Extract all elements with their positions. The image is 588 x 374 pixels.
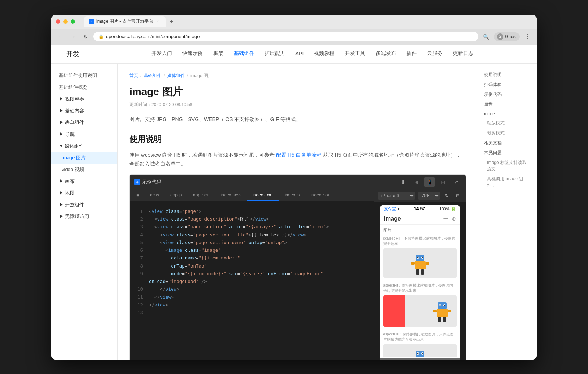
toc-item-example[interactable]: 示例代码 <box>478 90 537 99</box>
toc-item-related[interactable]: 相关文档 <box>478 138 537 148</box>
toc-item-scale[interactable]: 缩放模式 <box>478 118 537 128</box>
phone-refresh-btn[interactable]: ↻ <box>443 192 451 200</box>
top-navigation: 开发 开发入门 快速示例 框架 基础组件 扩展能力 API 视频教程 开发工具 … <box>51 45 537 64</box>
nav-item-extend[interactable]: 扩展能力 <box>265 44 285 63</box>
file-menu-btn[interactable]: ≡ <box>133 190 143 200</box>
phone-title-actions: ••• ⊕ <box>443 216 456 222</box>
nav-item-cloud[interactable]: 云服务 <box>427 44 442 63</box>
demo-qr-btn[interactable]: ⊞ <box>411 177 422 187</box>
nav-item-api[interactable]: API <box>295 45 304 63</box>
url-input[interactable]: 🔒 opendocs.alipay.com/mini/component/ima… <box>93 32 478 41</box>
demo-body: ≡ .acss app.js app.json index.acss index… <box>130 189 466 360</box>
svg-rect-8 <box>411 262 415 265</box>
file-tab-appjson[interactable]: app.json <box>188 189 215 201</box>
browser-tab[interactable]: A image 图片 - 支付宝开放平台 × <box>84 16 166 27</box>
sidebar-group-map[interactable]: ▶ 地图 <box>51 187 117 199</box>
svg-point-5 <box>422 257 423 258</box>
menu-button[interactable]: ⋮ <box>523 32 532 41</box>
toc-item-faq[interactable]: 常见问题 <box>478 148 537 158</box>
breadcrumb-components[interactable]: 基础组件 <box>144 73 161 79</box>
sidebar-group-media[interactable]: ▼ 媒体组件 <box>51 140 117 152</box>
robot-image-2 <box>431 298 453 324</box>
file-tab-indexacss[interactable]: index.acss <box>215 189 247 201</box>
close-button[interactable] <box>56 19 60 24</box>
phone-close-icon[interactable]: ⊕ <box>452 216 456 222</box>
phone-more-icon[interactable]: ••• <box>443 216 449 222</box>
nav-item-plugin[interactable]: 插件 <box>406 44 417 63</box>
nav-item-devstart[interactable]: 开发入门 <box>151 44 172 63</box>
site-logo[interactable]: 开发 <box>66 50 81 58</box>
demo-actions: ⬇ ⊞ 📱 ⊟ ↗ <box>398 177 461 187</box>
toc-item-faq2[interactable]: 真机调用 image 组件，... <box>478 174 537 190</box>
alipay-logo: 支付宝 <box>384 206 396 212</box>
sidebar-group-canvas[interactable]: ▶ 画布 <box>51 175 117 187</box>
sidebar-item-overview[interactable]: 基础组件概览 <box>51 81 117 93</box>
back-button[interactable]: ← <box>56 32 65 41</box>
breadcrumb-home[interactable]: 首页 <box>129 73 138 79</box>
sidebar-group-nav[interactable]: ▶ 导航 <box>51 128 117 140</box>
robot-image-1 <box>409 250 431 276</box>
toc-item-qr[interactable]: 扫码体验 <box>478 80 537 90</box>
toc-item-faq1[interactable]: image 标签支持读取流文... <box>478 158 537 174</box>
url-text: opendocs.alipay.com/mini/component/image <box>106 34 200 39</box>
demo-download-btn[interactable]: ⬇ <box>398 177 408 187</box>
tab-title: image 图片 - 支付宝开放平台 <box>96 18 153 25</box>
nav-item-video[interactable]: 视频教程 <box>314 44 334 63</box>
minimize-button[interactable] <box>63 19 68 24</box>
section-desc-text1: 使用 webview 嵌套 H5 时，若遇到图片资源不显示问题，可参考 <box>129 152 275 158</box>
svg-point-14 <box>439 305 440 306</box>
sidebar-group-open[interactable]: ▶ 开放组件 <box>51 199 117 211</box>
sidebar-group-a11y[interactable]: ▶ 无障碍访问 <box>51 211 117 222</box>
nav-item-framework[interactable]: 框架 <box>213 44 223 63</box>
phone-zoom-select[interactable]: 75% 100% 50% <box>418 192 440 200</box>
phone-image-item-3: aspectFill：保持纵横比缩放图片，只保证图片的短边能完全显示出来 <box>380 330 460 357</box>
demo-layout-btn[interactable]: ⊟ <box>438 177 448 187</box>
user-label: Guest <box>505 34 517 39</box>
file-tab-appjs[interactable]: app.js <box>165 189 187 201</box>
toc-item-mode[interactable]: mode <box>478 109 537 118</box>
section-link[interactable]: 配置 H5 白名单流程 <box>276 152 322 158</box>
code-line-2: 2 <view class="page-description">图片</vie… <box>133 215 368 223</box>
phone-grid-btn[interactable]: ⊞ <box>454 192 462 200</box>
refresh-button[interactable]: ↻ <box>81 32 90 41</box>
search-button[interactable]: 🔍 <box>481 32 491 41</box>
nav-item-quickexample[interactable]: 快速示例 <box>182 44 203 63</box>
svg-rect-7 <box>421 269 424 275</box>
maximize-button[interactable] <box>71 19 75 24</box>
tab-close-button[interactable]: × <box>155 19 161 24</box>
toc-item-props[interactable]: 属性 <box>478 99 537 109</box>
svg-rect-0 <box>415 261 426 269</box>
nav-item-components[interactable]: 基础组件 <box>234 44 254 63</box>
demo-share-btn[interactable]: ↗ <box>451 177 461 187</box>
breadcrumb-media[interactable]: 媒体组件 <box>167 73 185 79</box>
sidebar-item-usage[interactable]: 基础组件使用说明 <box>51 70 117 81</box>
new-tab-button[interactable]: + <box>167 17 176 26</box>
nav-items: 开发入门 快速示例 框架 基础组件 扩展能力 API 视频教程 开发工具 多端发… <box>96 44 529 63</box>
phone-device-select[interactable]: iPhone 6 iPhone <box>378 192 415 200</box>
demo-icon: ◈ <box>134 179 140 185</box>
svg-point-4 <box>417 257 418 258</box>
code-line-3: 3 <view class="page-section" a:for="{{ar… <box>133 223 368 230</box>
demo-phone-btn[interactable]: 📱 <box>424 177 435 187</box>
sidebar-group-form[interactable]: ▶ 表单组件 <box>51 117 117 128</box>
sidebar-group-view[interactable]: ▶ 视图容器 <box>51 93 117 105</box>
toc-item-usage[interactable]: 使用说明 <box>478 70 537 80</box>
file-tab-indexjs[interactable]: index.js <box>279 189 305 201</box>
sidebar-item-video[interactable]: video 视频 <box>51 164 117 175</box>
phone-image-2 <box>383 295 457 327</box>
main-layout: 基础组件使用说明 基础组件概览 ▶ 视图容器 ▶ 基础内容 ▶ 表单组件 ▶ 导… <box>51 64 537 360</box>
nav-item-multiplatform[interactable]: 多端发布 <box>376 44 396 63</box>
file-tab-indexjson[interactable]: index.json <box>305 189 336 201</box>
phone-image-3 <box>383 344 457 357</box>
nav-item-devtools[interactable]: 开发工具 <box>345 44 365 63</box>
sidebar-item-image[interactable]: image 图片 <box>51 152 117 164</box>
forward-button[interactable]: → <box>68 32 78 41</box>
svg-rect-10 <box>437 309 448 317</box>
user-button[interactable]: G Guest <box>494 32 520 41</box>
breadcrumb: 首页 / 基础组件 / 媒体组件 / image 图片 <box>129 73 466 79</box>
file-tab-acss[interactable]: .acss <box>144 189 164 201</box>
sidebar-group-basic[interactable]: ▶ 基础内容 <box>51 105 117 117</box>
toc-item-crop[interactable]: 裁剪模式 <box>478 128 537 138</box>
file-tab-indexaxml[interactable]: index.axml <box>247 189 279 201</box>
nav-item-changelog[interactable]: 更新日志 <box>453 44 473 63</box>
